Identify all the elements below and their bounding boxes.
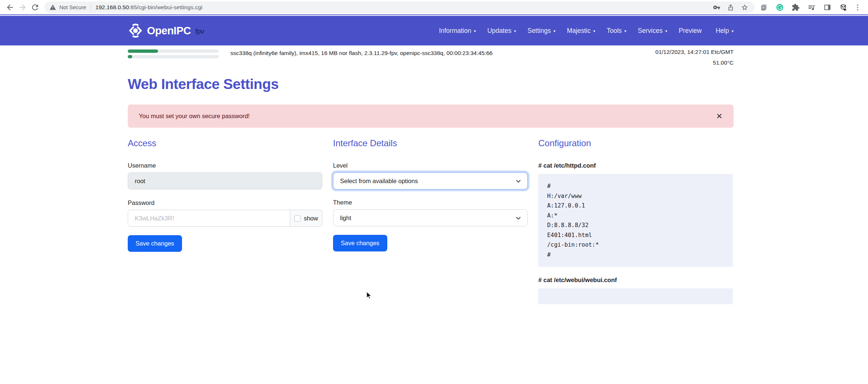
configuration-section: Configuration # cat /etc/httpd.conf # H:… [538,138,733,304]
chevron-down-icon: ▾ [593,29,596,34]
username-field[interactable] [128,172,322,189]
browser-toolbar: Not Secure 192.168.0.50:85/cgi-bin/webui… [0,0,868,15]
playlist-icon[interactable] [807,3,816,12]
forward-icon[interactable] [16,1,29,14]
security-badge[interactable]: Not Secure [49,4,86,11]
temperature: 51.00°C [655,59,734,66]
level-label: Level [333,162,528,169]
nav-menu-item[interactable]: Services ▾ [638,27,668,35]
page-title: Web Interface Settings [128,76,734,92]
chevron-down-icon: ▾ [514,29,516,34]
kebab-menu-icon[interactable] [852,2,863,13]
nav-item-label: Help [716,27,729,35]
nav-menu-item[interactable]: Settings ▾ [528,27,556,35]
nav-menu-item[interactable]: Tools ▾ [607,27,626,35]
brand-suffix: fpv [195,28,204,35]
nav-item-label: Majestic [567,27,590,35]
show-password-label: show [304,215,318,222]
webui-conf-heading: # cat /etc/webui/webui.conf [538,277,733,284]
interface-heading: Interface Details [333,138,528,148]
nav-menu-item[interactable]: Information ▾ [439,27,476,35]
divider [91,4,91,11]
alert-banner: You must set your own secure password! ✕ [128,104,734,128]
chevron-down-icon [515,178,522,185]
site-navbar: OpenIPC fpv Information ▾ Updates ▾ Sett… [0,16,868,45]
nav-menu-item[interactable]: Help ▾ [716,27,734,35]
warning-icon [49,4,56,11]
nav-item-label: Tools [607,27,622,35]
chevron-down-icon: ▾ [731,29,734,34]
theme-select-value: light [340,215,351,222]
nav-menu-item[interactable]: Majestic ▾ [567,27,595,35]
password-label: Password [128,199,322,206]
access-heading: Access [128,138,322,148]
back-icon[interactable] [4,1,16,14]
device-info: ssc338q (infinity6e family), imx415, 16 … [230,49,655,56]
chevron-down-icon: ▾ [474,29,476,34]
nav-item-label: Updates [487,27,511,35]
username-label: Username [128,162,322,169]
close-icon[interactable]: ✕ [716,112,723,120]
theme-select[interactable]: light [333,209,528,226]
nav-menu-item[interactable]: Preview [679,27,704,35]
level-select-value: Select from available options [340,178,418,185]
show-password-group: show [290,210,322,227]
openipc-logo-icon [128,23,143,38]
save-interface-button[interactable]: Save changes [333,235,387,251]
chevron-down-icon: ▾ [553,29,556,34]
save-access-button[interactable]: Save changes [128,235,182,252]
openipc-settings-page: Not Secure 192.168.0.50:85/cgi-bin/webui… [0,0,868,384]
theme-label: Theme [333,199,528,206]
split-screen-icon[interactable] [823,3,832,12]
grammarly-icon[interactable] [775,3,785,12]
chevron-down-icon [515,215,522,222]
progress-bar-1 [128,49,219,53]
chevron-down-icon: ▾ [665,29,668,34]
chevron-down-icon: ▾ [624,29,627,34]
datetime: 01/12/2023, 14:27:01 Etc/GMT [655,49,734,55]
brand-name: OpenIPC [147,25,191,37]
url-text: 192.168.0.50:85/cgi-bin/webui-settings.c… [96,4,203,11]
system-gauges [128,49,219,61]
level-select[interactable]: Select from available options [333,172,528,189]
httpd-conf-content: # H:/var/www A:127.0.0.1 A:* D:8.8.8.8/3… [538,174,733,267]
puzzle-extensions-icon[interactable] [791,3,800,12]
nav-menu: Information ▾ Updates ▾ Settings ▾ Majes… [439,27,734,35]
nav-item-label: Information [439,27,471,35]
notes-icon[interactable] [759,3,769,12]
password-field[interactable] [128,210,290,227]
show-password-checkbox[interactable] [294,215,301,222]
nav-item-label: Services [638,27,663,35]
alert-text: You must set your own secure password! [139,113,250,120]
nav-menu-item[interactable]: Updates ▾ [487,27,516,35]
panda-icon[interactable] [838,3,848,12]
address-bar[interactable]: Not Secure 192.168.0.50:85/cgi-bin/webui… [44,1,755,13]
extensions-row [759,3,848,12]
share-icon[interactable] [726,3,735,12]
key-icon[interactable] [712,3,721,12]
mouse-cursor [365,291,374,300]
webui-conf-content [538,288,733,304]
reload-icon[interactable] [29,1,41,14]
interface-section: Interface Details Level Select from avai… [333,138,528,304]
bookmark-star-icon[interactable] [740,3,749,12]
nav-item-label: Settings [528,27,551,35]
openipc-logo[interactable]: OpenIPC fpv [128,23,204,38]
access-section: Access Username Password show Save chang… [128,138,322,304]
nav-item-label: Preview [679,27,701,35]
configuration-heading: Configuration [538,138,733,148]
progress-bar-2 [128,55,219,58]
status-strip: ssc338q (infinity6e family), imx415, 16 … [128,49,734,66]
httpd-conf-heading: # cat /etc/httpd.conf [538,162,733,169]
security-label: Not Secure [59,4,86,10]
